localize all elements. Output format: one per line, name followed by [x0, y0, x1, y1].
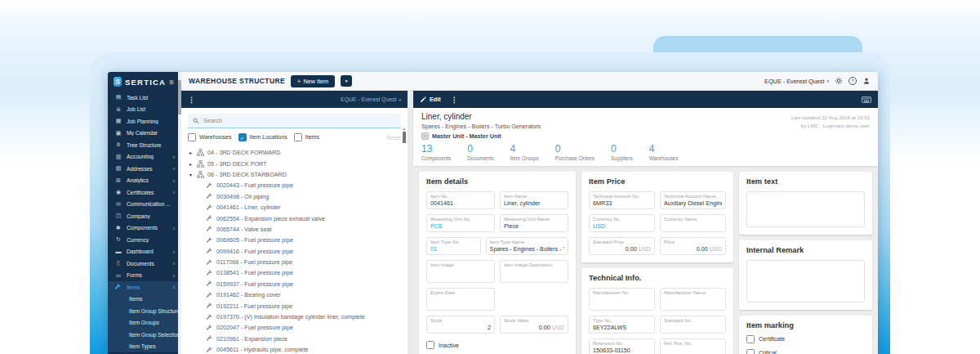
- marking-certificate[interactable]: Certificate: [746, 335, 865, 343]
- sidebar-item-task-list[interactable]: ▤Task List: [108, 92, 181, 104]
- stat-documents[interactable]: 0Documents: [467, 143, 493, 161]
- sidebar-item-documents[interactable]: ▯Documents∨: [108, 258, 181, 270]
- field-stock[interactable]: Stock2: [426, 316, 495, 334]
- tree-item-node[interactable]: 0062554 - Expansion piece exhaust valve: [188, 213, 408, 223]
- tree-item-node[interactable]: 0138541 - Fuel pressure pipe: [188, 267, 408, 278]
- stat-purchase-orders[interactable]: 0Purchase Orders: [555, 143, 595, 161]
- stat-components[interactable]: 13Components: [421, 143, 451, 161]
- tree-location-node[interactable]: ▸05 - 3RD DECK PORT: [188, 158, 408, 168]
- field-item-type-name[interactable]: Item Type NameSpares - Engines - Boilers…: [486, 237, 568, 255]
- sidebar-subitem-item-group-selection[interactable]: Item Group Selection: [108, 329, 181, 341]
- edit-button[interactable]: Edit: [420, 96, 441, 103]
- sidebar-item-communication[interactable]: ✉Communication ...: [108, 199, 181, 211]
- panel-menu-icon[interactable]: ⋮: [188, 96, 195, 104]
- item-text-textarea[interactable]: [746, 191, 865, 227]
- field-expire-date[interactable]: Expire Date: [426, 288, 495, 311]
- caret-expanded-icon[interactable]: ▾: [188, 172, 194, 177]
- tree-item-node[interactable]: 0197370 - (V) Insulation bandage cylinde…: [188, 311, 408, 322]
- tree-location-node[interactable]: ▾06 - 3RD DECK STARBOARD: [188, 169, 408, 180]
- scroll-up-icon[interactable]: ▲: [403, 127, 406, 131]
- sidebar-item-certificates[interactable]: ◉Certificates∨: [108, 186, 181, 199]
- stat-warehouses[interactable]: 4Warehouses: [649, 143, 679, 161]
- user-icon[interactable]: [862, 77, 871, 85]
- sidebar-item-addresses[interactable]: ▧Addresses∨: [108, 163, 181, 175]
- sidebar-item-analytics[interactable]: ⊞Analytics∨: [108, 175, 181, 187]
- sidebar-item-dashboard[interactable]: ▬Dashboard∨: [108, 246, 181, 258]
- field-type-no[interactable]: Type No.6EY22ALWS: [589, 316, 655, 334]
- sidebar-subitem-item-group-structure[interactable]: Item Group Structure: [108, 305, 181, 317]
- tree-item-node[interactable]: 0045611 - Hydraulic pipe, complete: [188, 344, 408, 354]
- sidebar-subitem-item-types[interactable]: Item Types: [108, 341, 181, 353]
- tree-item-node[interactable]: 0069605 - Fuel pressure pipe: [188, 235, 408, 245]
- field-technical-account-name[interactable]: Technical Account NameAuxiliary Diesel E…: [660, 191, 726, 209]
- field-manufacturer-name[interactable]: Manufacturer Name: [660, 288, 726, 311]
- tree-item-node[interactable]: 0099416 - Fuel pressure pipe: [188, 246, 408, 257]
- search-input[interactable]: Search: [188, 114, 401, 128]
- sidebar-item-components[interactable]: ✱Components∨: [108, 222, 181, 235]
- keyboard-shortcuts-icon[interactable]: [862, 96, 871, 103]
- field-standard-no[interactable]: Standard No.: [660, 316, 726, 334]
- filter-items[interactable]: Items: [294, 133, 319, 141]
- filter-checkbox-warehouses[interactable]: [188, 133, 196, 141]
- field-item-image-description[interactable]: Item Image Description: [500, 260, 568, 283]
- field-technical-account-no[interactable]: Technical Account No.6MR33: [589, 191, 655, 209]
- tree-item-node[interactable]: 0210961 - Expansion piece: [188, 334, 408, 344]
- sidebar-item-currency[interactable]: ↻Currency: [108, 234, 181, 246]
- gear-icon[interactable]: [835, 77, 843, 85]
- tree-item-node[interactable]: 0041461 - Liner, cylinder: [188, 202, 408, 213]
- filter-item-locations[interactable]: ✓Item Locations: [238, 133, 287, 141]
- sidebar-item-job-list[interactable]: ≣Job List: [108, 104, 181, 116]
- filter-warehouses[interactable]: Warehouses: [188, 133, 232, 141]
- field-currency-name[interactable]: Currency Name: [660, 214, 726, 232]
- tree-item-node[interactable]: 0159937 - Fuel pressure pipe: [188, 279, 408, 289]
- marking-critical[interactable]: Critical: [746, 349, 865, 354]
- sidebar-item-job-planning[interactable]: ▦Job Planning: [108, 115, 181, 128]
- field-item-image[interactable]: Item Image: [426, 260, 495, 283]
- field-stock-value[interactable]: Stock Value0.00USD: [500, 316, 568, 334]
- marking-checkbox-critical[interactable]: [746, 349, 755, 354]
- sidebar-item-accounting[interactable]: ▥Accounting∨: [108, 151, 181, 164]
- tree-item-node[interactable]: 0192211 - Fuel pressure pipe: [188, 300, 408, 311]
- hamburger-icon[interactable]: ≡: [169, 78, 174, 87]
- new-item-button[interactable]: + New Item: [291, 75, 335, 87]
- filter-checkbox-item-locations[interactable]: ✓: [238, 133, 247, 141]
- more-options-icon[interactable]: ⋮: [451, 96, 458, 104]
- stat-item-groups[interactable]: 4Item Groups: [510, 143, 539, 161]
- sidebar-item-tree-structure[interactable]: ⋔Tree Structure: [108, 139, 181, 151]
- tree-scrollbar-thumb[interactable]: [403, 132, 406, 143]
- field-price[interactable]: Price0.00USD: [660, 237, 726, 255]
- new-item-dropdown-button[interactable]: ▾: [341, 75, 352, 87]
- marking-checkbox-certificate[interactable]: [746, 335, 755, 343]
- filter-checkbox-items[interactable]: [294, 133, 302, 141]
- vessel-selector[interactable]: EQUE - Everest Quest ▾: [764, 78, 829, 85]
- field-reference-no[interactable]: Reference No.150633-01150: [589, 338, 655, 354]
- sidebar-item-company[interactable]: ◫Company: [108, 210, 181, 222]
- sidebar-subitem-items[interactable]: Items: [108, 294, 181, 306]
- field-measuring-unit-name[interactable]: Measuring Unit NamePiece: [500, 214, 568, 232]
- field-item-no[interactable]: Item No.0041461: [426, 191, 495, 209]
- tree-item-node[interactable]: 0065744 - Valve seat: [188, 224, 408, 235]
- field-item-name[interactable]: Item NameLiner, cylinder: [500, 191, 568, 209]
- field-ref-pos-no[interactable]: Ref. Pos. No.: [660, 338, 726, 354]
- tree-location-node[interactable]: ▸04 - 3RD DECK FORWARD: [188, 147, 408, 158]
- tree-scrollbar[interactable]: ▲: [402, 127, 407, 143]
- field-item-type-no[interactable]: Item Type No.01: [426, 237, 481, 255]
- internal-remark-textarea[interactable]: [746, 260, 865, 302]
- tree-vessel-selector[interactable]: EQUE - Everest Quest ▾: [341, 96, 401, 102]
- reset-link[interactable]: Reset: [386, 135, 401, 141]
- caret-collapsed-icon[interactable]: ▸: [188, 161, 194, 167]
- tree-item-node[interactable]: 0030498 - Oil piping: [188, 191, 408, 202]
- tree-item-node[interactable]: 0202047 - Fuel pressure pipe: [188, 322, 408, 333]
- tree-item-node[interactable]: 0020443 - Fuel pressure pipe: [188, 180, 408, 190]
- field-measuring-unit-no[interactable]: Measuring Unit No.PCE: [426, 214, 495, 232]
- sidebar-subitem-item-groups[interactable]: Item Groups: [108, 317, 181, 329]
- sidebar-item-forms[interactable]: ▭Forms∨: [108, 270, 181, 282]
- field-standard-price[interactable]: Standard Price0.00USD: [589, 237, 655, 255]
- tree-item-node[interactable]: 0191462 - Bearing cover: [188, 289, 408, 300]
- stat-suppliers[interactable]: 0Suppliers: [611, 143, 633, 161]
- sidebar-item-my-calendar[interactable]: ▣My Calendar: [108, 128, 181, 140]
- caret-collapsed-icon[interactable]: ▸: [188, 150, 194, 155]
- sidebar-item-items[interactable]: Items∧: [108, 281, 181, 294]
- tree-item-node[interactable]: 0117066 - Fuel pressure pipe: [188, 257, 408, 267]
- help-icon[interactable]: ?: [849, 77, 857, 85]
